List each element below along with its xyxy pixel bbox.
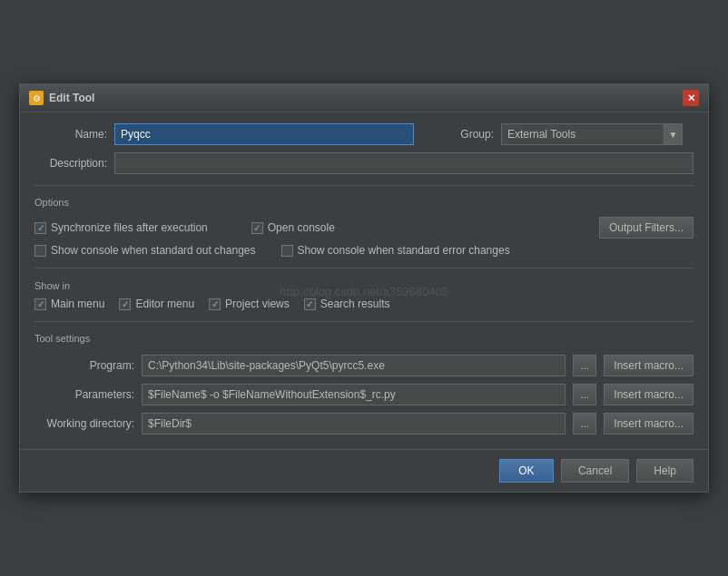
project-views-checkbox[interactable]: Project views — [209, 298, 290, 310]
description-row: Description: — [34, 152, 694, 174]
main-menu-checkbox-box — [34, 298, 46, 310]
show-in-row: Main menu Editor menu Project views Sear… — [34, 298, 694, 310]
working-directory-browse-button[interactable]: ... — [573, 413, 596, 434]
group-dropdown-button[interactable]: ▼ — [664, 123, 683, 145]
edit-tool-dialog: ⚙ Edit Tool ✕ Name: Group: External Tool… — [19, 83, 709, 493]
working-directory-input[interactable] — [142, 413, 566, 434]
dialog-icon: ⚙ — [29, 91, 44, 105]
main-menu-label: Main menu — [51, 298, 104, 310]
working-directory-insert-macro-button[interactable]: Insert macro... — [604, 413, 694, 434]
program-input[interactable] — [142, 355, 566, 376]
group-select-wrapper: External Tools ▼ — [501, 123, 683, 145]
divider-2 — [34, 268, 694, 268]
parameters-label: Parameters: — [34, 388, 134, 401]
show-console-stdout-label: Show console when standard out changes — [51, 244, 256, 257]
ok-button[interactable]: OK — [499, 459, 554, 483]
divider-1 — [34, 185, 694, 186]
project-views-label: Project views — [225, 298, 290, 310]
sync-files-label: Synchronize files after execution — [51, 221, 208, 234]
dialog-title: Edit Tool — [49, 92, 94, 104]
options-row-2: Show console when standard out changes S… — [34, 244, 694, 257]
show-console-stdout-checkbox-box — [34, 245, 46, 257]
editor-menu-label: Editor menu — [135, 298, 194, 310]
name-input[interactable] — [114, 123, 414, 145]
show-in-section: Show in Main menu Editor menu Project vi… — [34, 279, 694, 310]
project-views-checkbox-box — [209, 298, 221, 310]
output-filters-button[interactable]: Output Filters... — [599, 217, 694, 239]
description-label: Description: — [34, 157, 107, 170]
show-in-label: Show in — [34, 280, 70, 291]
group-select[interactable]: External Tools — [501, 123, 664, 145]
title-bar-left: ⚙ Edit Tool — [29, 91, 94, 105]
name-label: Name: — [34, 128, 107, 141]
name-group-row: Name: Group: External Tools ▼ — [34, 123, 694, 145]
show-console-stderr-checkbox-box — [281, 245, 293, 257]
help-button[interactable]: Help — [636, 459, 694, 483]
options-label: Options — [34, 197, 694, 208]
open-console-checkbox[interactable]: Open console — [251, 221, 335, 234]
parameters-row: Parameters: ... Insert macro... — [34, 384, 694, 405]
dialog-footer: OK Cancel Help — [20, 449, 708, 492]
open-console-label: Open console — [268, 221, 335, 234]
search-results-checkbox[interactable]: Search results — [304, 298, 390, 310]
parameters-browse-button[interactable]: ... — [573, 384, 596, 405]
parameters-input[interactable] — [142, 384, 566, 405]
divider-3 — [34, 321, 694, 322]
search-results-label: Search results — [320, 298, 390, 310]
tool-settings-label: Tool settings — [34, 333, 694, 344]
search-results-checkbox-box — [304, 298, 316, 310]
program-label: Program: — [34, 359, 134, 372]
show-console-stdout-checkbox[interactable]: Show console when standard out changes — [34, 244, 256, 257]
dialog-body: Name: Group: External Tools ▼ Descriptio… — [20, 112, 708, 445]
description-input[interactable] — [114, 152, 694, 174]
cancel-button[interactable]: Cancel — [561, 459, 629, 483]
working-directory-row: Working directory: ... Insert macro... — [34, 413, 694, 434]
editor-menu-checkbox[interactable]: Editor menu — [119, 298, 194, 310]
main-menu-checkbox[interactable]: Main menu — [34, 298, 104, 310]
show-console-stderr-checkbox[interactable]: Show console when standard error changes — [281, 244, 510, 257]
program-insert-macro-button[interactable]: Insert macro... — [604, 355, 694, 376]
group-label: Group: — [421, 128, 494, 141]
show-console-stderr-label: Show console when standard error changes — [298, 244, 510, 257]
program-browse-button[interactable]: ... — [573, 355, 596, 376]
options-section: Options Synchronize files after executio… — [34, 197, 694, 257]
working-directory-label: Working directory: — [34, 417, 134, 430]
close-button[interactable]: ✕ — [683, 90, 699, 106]
sync-files-checkbox[interactable]: Synchronize files after execution — [34, 221, 208, 234]
options-row-1: Synchronize files after execution Open c… — [34, 217, 694, 239]
parameters-insert-macro-button[interactable]: Insert macro... — [604, 384, 694, 405]
program-row: Program: ... Insert macro... — [34, 355, 694, 376]
sync-files-checkbox-box — [34, 222, 46, 234]
title-bar: ⚙ Edit Tool ✕ — [20, 84, 708, 112]
editor-menu-checkbox-box — [119, 298, 131, 310]
tool-settings-section: Tool settings Program: ... Insert macro.… — [34, 333, 694, 434]
open-console-checkbox-box — [251, 222, 263, 234]
